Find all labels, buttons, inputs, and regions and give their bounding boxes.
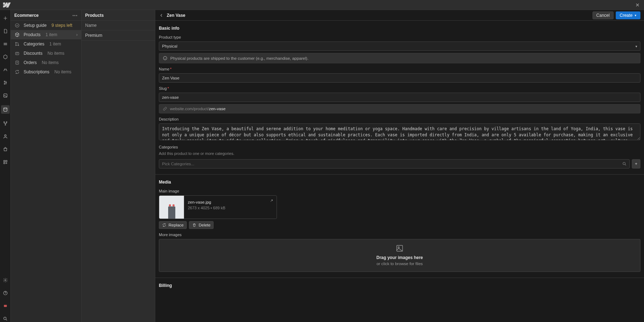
layers-icon[interactable]: [2, 41, 9, 47]
svg-point-12: [5, 279, 6, 281]
slug-preview: website.com/product/zen-vase: [159, 104, 640, 113]
sidebar-item-hint: No items: [48, 51, 64, 56]
cms-icon[interactable]: [1, 105, 10, 114]
replace-icon: [162, 223, 166, 227]
section-title-basic: Basic info: [159, 26, 640, 31]
sidebar-item-setup-guide[interactable]: Setup guide 9 steps left: [11, 21, 81, 30]
chevron-down-icon: ▾: [635, 44, 637, 48]
more-images-dropzone[interactable]: Drag your images here or click to browse…: [159, 239, 640, 272]
svg-point-5: [4, 122, 4, 122]
slug-prefix: website.com/product/: [170, 107, 209, 111]
name-input[interactable]: [159, 73, 640, 83]
close-button[interactable]: ✕: [635, 2, 640, 8]
main-image-label: Main image: [159, 189, 640, 193]
products-title: Products: [82, 10, 155, 21]
product-type-label: Product type: [159, 35, 640, 39]
image-filemeta: 2673 x 4025 • 689 kB: [188, 206, 273, 210]
sidebar-item-hint: No items: [42, 60, 59, 65]
styles-icon[interactable]: [2, 79, 9, 86]
replace-image-button[interactable]: Replace: [159, 221, 187, 229]
assets-icon[interactable]: [2, 92, 9, 99]
svg-point-7: [5, 125, 5, 125]
settings-icon[interactable]: [2, 277, 9, 283]
page-icon[interactable]: [2, 28, 9, 34]
chevron-down-icon: ▾: [635, 14, 636, 17]
delete-image-button[interactable]: Delete: [189, 221, 214, 229]
sidebar-item-products[interactable]: Products 1 item ›: [11, 30, 81, 39]
detail-panel: Zen Vase Cancel Create ▾ Basic info Prod…: [155, 10, 644, 322]
info-icon: [163, 56, 167, 60]
slug-value-display: zen-vase: [209, 107, 226, 111]
image-filename: zen-vase.jpg: [188, 200, 273, 204]
replace-label: Replace: [169, 223, 184, 227]
svg-point-6: [6, 122, 7, 122]
sidebar-item-orders[interactable]: Orders No items: [11, 58, 81, 67]
svg-rect-20: [15, 52, 19, 55]
sidebar-item-hint: No items: [54, 69, 71, 74]
app-topbar: ✕: [0, 0, 644, 10]
sidebar-item-label: Products: [24, 32, 40, 37]
ecommerce-icon[interactable]: [2, 146, 9, 152]
product-type-help-text: Physical products are shipped to the cus…: [170, 56, 308, 60]
help-icon[interactable]: [2, 290, 9, 296]
sidebar-item-categories[interactable]: Categories 1 item: [11, 39, 81, 49]
search-icon[interactable]: [2, 316, 9, 322]
cancel-button[interactable]: Cancel: [592, 11, 614, 19]
svg-point-1: [6, 82, 6, 83]
ecommerce-panel: Ecommerce ••• Setup guide 9 steps left P…: [11, 10, 82, 322]
apps-icon[interactable]: [2, 159, 9, 165]
svg-point-4: [4, 108, 7, 109]
svg-rect-9: [4, 160, 5, 162]
slug-label: Slug*: [159, 86, 640, 91]
create-button-label: Create: [620, 13, 633, 18]
section-title-media: Media: [159, 180, 640, 185]
svg-point-25: [398, 247, 399, 248]
left-rail: [0, 10, 11, 322]
users-icon[interactable]: [2, 133, 9, 140]
svg-point-2: [4, 83, 5, 84]
basic-info-section: Basic info Product type Physical ▾ Physi…: [155, 21, 644, 175]
svg-point-15: [4, 317, 6, 319]
svg-rect-10: [6, 160, 7, 162]
add-category-button[interactable]: +: [632, 159, 640, 169]
panel-more-button[interactable]: •••: [72, 13, 78, 18]
main-image-card: zen-vase.jpg 2673 x 4025 • 689 kB: [159, 195, 277, 219]
product-type-value: Physical: [162, 44, 177, 48]
product-type-select[interactable]: Physical ▾: [159, 42, 640, 51]
subscriptions-icon: [14, 69, 20, 74]
add-icon[interactable]: [2, 15, 9, 21]
sidebar-item-subscriptions[interactable]: Subscriptions No items: [11, 67, 81, 77]
components-icon[interactable]: [2, 54, 9, 60]
svg-point-8: [4, 135, 6, 136]
variables-icon[interactable]: [2, 67, 9, 73]
section-title-billing: Billing: [159, 283, 640, 288]
categories-input[interactable]: [159, 159, 630, 169]
svg-point-0: [4, 81, 5, 82]
categories-hint: Add this product to one or more categori…: [159, 151, 640, 156]
sidebar-item-hint: 9 steps left: [52, 23, 72, 28]
sidebar-item-hint: 1 item: [49, 42, 61, 47]
description-textarea[interactable]: [159, 123, 640, 140]
slug-input[interactable]: [159, 93, 640, 102]
image-thumbnail[interactable]: [159, 196, 184, 219]
delete-label: Delete: [199, 223, 210, 227]
create-button[interactable]: Create ▾: [616, 11, 640, 19]
sidebar-item-label: Orders: [24, 60, 37, 65]
sidebar-item-label: Discounts: [24, 51, 43, 56]
orders-icon: [14, 60, 20, 65]
sidebar-item-discounts[interactable]: Discounts No items: [11, 49, 81, 58]
sidebar-item-label: Subscriptions: [24, 69, 49, 74]
video-icon[interactable]: [2, 303, 9, 309]
logic-icon[interactable]: [2, 120, 9, 127]
svg-point-16: [15, 24, 19, 28]
app-logo: [3, 3, 11, 8]
back-button[interactable]: [159, 13, 164, 18]
product-row[interactable]: Premium: [82, 30, 155, 41]
billing-section: Billing: [155, 278, 644, 294]
media-section: Media Main image zen-vase.jpg 2673 x 402…: [155, 175, 644, 278]
products-name-header: Name: [82, 21, 155, 30]
expand-image-button[interactable]: [269, 199, 274, 203]
check-circle-icon: [14, 23, 20, 28]
name-label: Name*: [159, 67, 640, 71]
svg-point-23: [623, 162, 625, 165]
